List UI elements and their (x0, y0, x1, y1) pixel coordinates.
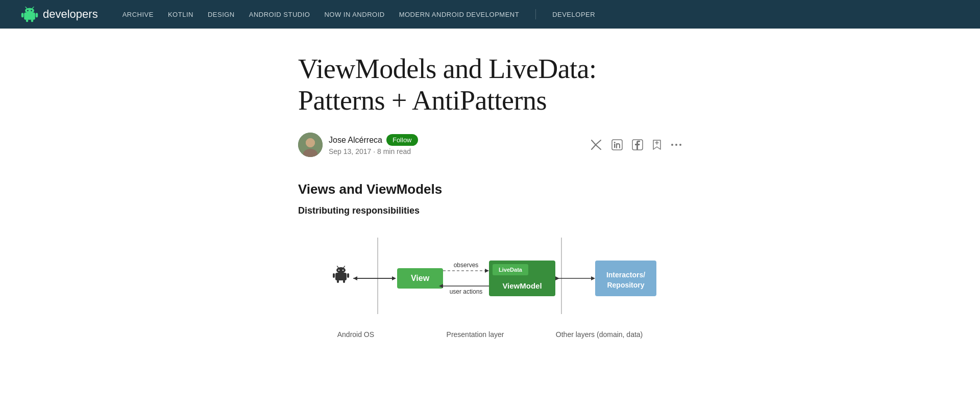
svg-line-29 (337, 266, 339, 268)
svg-rect-15 (614, 144, 616, 148)
svg-marker-53 (555, 276, 559, 280)
section-heading: Views and ViewModels (298, 181, 682, 197)
author-name-row: Jose Alcérreca Follow (329, 134, 418, 146)
author-info: Jose Alcérreca Follow Sep 13, 2017 · 8 m… (329, 134, 418, 155)
article-title: ViewModels and LiveData: Patterns + Anti… (298, 53, 682, 116)
svg-point-16 (614, 142, 616, 143)
svg-rect-32 (347, 273, 349, 278)
architecture-diagram: View observes user actions LiveData View… (298, 232, 682, 339)
svg-point-1 (25, 8, 34, 13)
svg-rect-6 (21, 13, 24, 17)
nav-modern-android[interactable]: MODERN ANDROID DEVELOPMENT (399, 11, 519, 18)
svg-rect-25 (335, 273, 347, 280)
presentation-layer-label: Presentation layer (447, 330, 504, 339)
svg-line-5 (32, 7, 34, 9)
diagram-svg: View observes user actions LiveData View… (311, 232, 669, 324)
svg-point-26 (336, 267, 346, 273)
svg-text:ViewModel: ViewModel (502, 281, 542, 290)
svg-marker-42 (485, 269, 489, 273)
android-os-icon (333, 266, 349, 283)
article-meta: Sep 13, 2017 · 8 min read (329, 147, 418, 155)
nav-kotlin[interactable]: KOTLIN (168, 11, 193, 18)
svg-line-4 (26, 7, 27, 9)
svg-rect-9 (31, 19, 33, 22)
author-row: Jose Alcérreca Follow Sep 13, 2017 · 8 m… (298, 133, 682, 157)
svg-point-27 (338, 270, 339, 271)
social-actions (591, 139, 682, 150)
svg-text:user actions: user actions (450, 288, 483, 295)
nav-divider (535, 9, 536, 19)
nav-design[interactable]: DESIGN (208, 11, 235, 18)
author-name: Jose Alcérreca (329, 136, 382, 145)
article-main: ViewModels and LiveData: Patterns + Anti… (286, 29, 694, 381)
svg-rect-34 (343, 280, 345, 283)
logo-text: developers (43, 8, 98, 21)
author-avatar (298, 133, 323, 157)
svg-point-2 (27, 10, 29, 11)
svg-point-28 (342, 270, 344, 271)
nav-android-studio[interactable]: ANDROID STUDIO (249, 11, 310, 18)
svg-marker-52 (591, 276, 595, 280)
svg-point-3 (31, 10, 32, 11)
svg-text:Repository: Repository (607, 281, 644, 289)
svg-line-30 (344, 266, 345, 268)
svg-point-20 (671, 144, 673, 146)
follow-button[interactable]: Follow (386, 134, 418, 146)
nav-developer[interactable]: DEVELOPER (552, 11, 595, 18)
svg-point-21 (675, 144, 677, 146)
svg-text:observes: observes (454, 262, 479, 269)
author-left: Jose Alcérreca Follow Sep 13, 2017 · 8 m… (298, 133, 418, 157)
svg-rect-31 (333, 273, 335, 278)
svg-text:Interactors/: Interactors/ (606, 271, 645, 279)
nav-archive[interactable]: ARCHIVE (122, 11, 154, 18)
diagram-labels: Android OS Presentation layer Other laye… (311, 330, 669, 339)
android-logo-icon (20, 5, 39, 23)
svg-text:View: View (411, 274, 430, 282)
svg-rect-0 (24, 12, 35, 19)
avatar-image (298, 133, 323, 157)
android-os-label: Android OS (337, 330, 374, 339)
nav-now-in-android[interactable]: NOW IN ANDROID (324, 11, 384, 18)
svg-rect-33 (337, 280, 339, 283)
other-layers-label: Other layers (domain, data) (556, 330, 643, 339)
main-nav: ARCHIVE KOTLIN DESIGN ANDROID STUDIO NOW… (122, 9, 595, 19)
sub-heading: Distributing responsibilities (298, 205, 682, 216)
article-title-line2: Patterns + AntiPatterns (298, 85, 547, 116)
svg-point-13 (306, 138, 315, 147)
article-title-line1: ViewModels and LiveData: (298, 54, 597, 84)
twitter-icon[interactable] (591, 140, 602, 150)
site-header: developers ARCHIVE KOTLIN DESIGN ANDROID… (0, 0, 980, 29)
logo-link[interactable]: developers (20, 5, 98, 23)
facebook-icon[interactable] (632, 139, 643, 150)
svg-text:LiveData: LiveData (499, 267, 523, 273)
svg-marker-36 (392, 276, 396, 280)
more-actions-icon[interactable] (671, 143, 682, 146)
bookmark-icon[interactable] (652, 139, 662, 150)
svg-rect-7 (36, 13, 38, 17)
svg-rect-8 (26, 19, 29, 22)
svg-point-22 (679, 144, 681, 146)
linkedin-icon[interactable] (611, 139, 623, 150)
